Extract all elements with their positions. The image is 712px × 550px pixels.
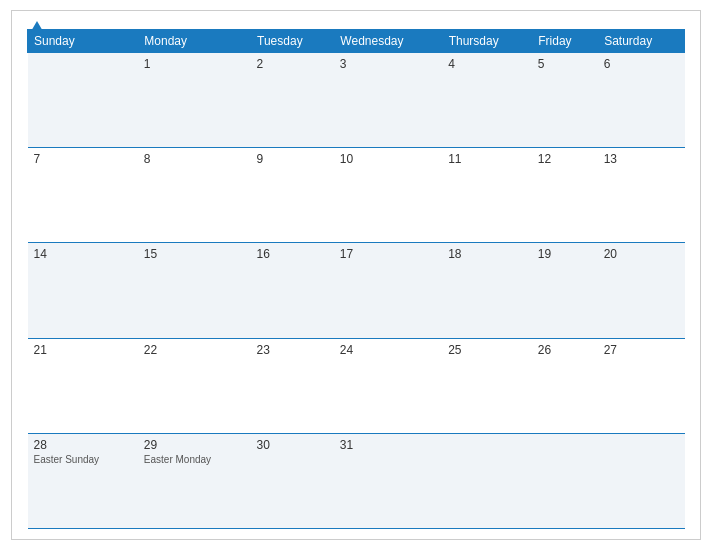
calendar-cell: 4 [442,53,532,148]
weekday-header-friday: Friday [532,30,598,53]
calendar-wrapper: SundayMondayTuesdayWednesdayThursdayFrid… [11,10,701,540]
weekday-header-thursday: Thursday [442,30,532,53]
calendar-cell: 3 [334,53,442,148]
day-number: 20 [604,247,679,261]
day-number: 19 [538,247,592,261]
logo [27,21,44,34]
calendar-cell: 15 [138,243,251,338]
calendar-cell: 20 [598,243,685,338]
calendar-cell: 7 [28,148,138,243]
calendar-cell: 19 [532,243,598,338]
day-number: 25 [448,343,526,357]
day-number: 27 [604,343,679,357]
calendar-cell: 30 [251,433,334,528]
weekday-header-row: SundayMondayTuesdayWednesdayThursdayFrid… [28,30,685,53]
calendar-cell: 18 [442,243,532,338]
day-number: 24 [340,343,436,357]
day-number: 22 [144,343,245,357]
day-number: 15 [144,247,245,261]
day-number: 6 [604,57,679,71]
weekday-header-wednesday: Wednesday [334,30,442,53]
day-number: 30 [257,438,328,452]
logo-triangle-icon [30,21,44,33]
day-number: 1 [144,57,245,71]
calendar-cell [28,53,138,148]
day-number: 21 [34,343,132,357]
day-number: 9 [257,152,328,166]
calendar-cell: 14 [28,243,138,338]
holiday-label: Easter Monday [144,454,245,465]
calendar-cell: 22 [138,338,251,433]
weekday-header-saturday: Saturday [598,30,685,53]
calendar-cell: 23 [251,338,334,433]
calendar-cell: 17 [334,243,442,338]
calendar-table: SundayMondayTuesdayWednesdayThursdayFrid… [27,29,685,529]
calendar-cell: 13 [598,148,685,243]
calendar-cell: 24 [334,338,442,433]
day-number: 13 [604,152,679,166]
day-number: 10 [340,152,436,166]
day-number: 16 [257,247,328,261]
week-row-5: 28Easter Sunday29Easter Monday3031 [28,433,685,528]
day-number: 8 [144,152,245,166]
calendar-cell: 25 [442,338,532,433]
day-number: 26 [538,343,592,357]
day-number: 12 [538,152,592,166]
calendar-cell: 11 [442,148,532,243]
calendar-cell: 1 [138,53,251,148]
calendar-cell: 29Easter Monday [138,433,251,528]
day-number: 11 [448,152,526,166]
day-number: 28 [34,438,132,452]
day-number: 14 [34,247,132,261]
calendar-cell: 10 [334,148,442,243]
weekday-header-sunday: Sunday [28,30,138,53]
calendar-cell [532,433,598,528]
calendar-cell: 6 [598,53,685,148]
calendar-cell: 26 [532,338,598,433]
day-number: 29 [144,438,245,452]
calendar-cell: 16 [251,243,334,338]
day-number: 5 [538,57,592,71]
week-row-1: 123456 [28,53,685,148]
calendar-cell: 5 [532,53,598,148]
weekday-header-tuesday: Tuesday [251,30,334,53]
calendar-cell: 2 [251,53,334,148]
calendar-cell [442,433,532,528]
calendar-cell: 9 [251,148,334,243]
day-number: 4 [448,57,526,71]
calendar-cell: 8 [138,148,251,243]
day-number: 3 [340,57,436,71]
calendar-cell: 12 [532,148,598,243]
day-number: 23 [257,343,328,357]
week-row-4: 21222324252627 [28,338,685,433]
calendar-cell: 27 [598,338,685,433]
calendar-cell: 21 [28,338,138,433]
calendar-cell: 28Easter Sunday [28,433,138,528]
week-row-3: 14151617181920 [28,243,685,338]
holiday-label: Easter Sunday [34,454,132,465]
day-number: 18 [448,247,526,261]
day-number: 17 [340,247,436,261]
day-number: 7 [34,152,132,166]
day-number: 31 [340,438,436,452]
week-row-2: 78910111213 [28,148,685,243]
logo-blue-text [27,21,44,34]
weekday-header-monday: Monday [138,30,251,53]
day-number: 2 [257,57,328,71]
calendar-cell [598,433,685,528]
calendar-cell: 31 [334,433,442,528]
